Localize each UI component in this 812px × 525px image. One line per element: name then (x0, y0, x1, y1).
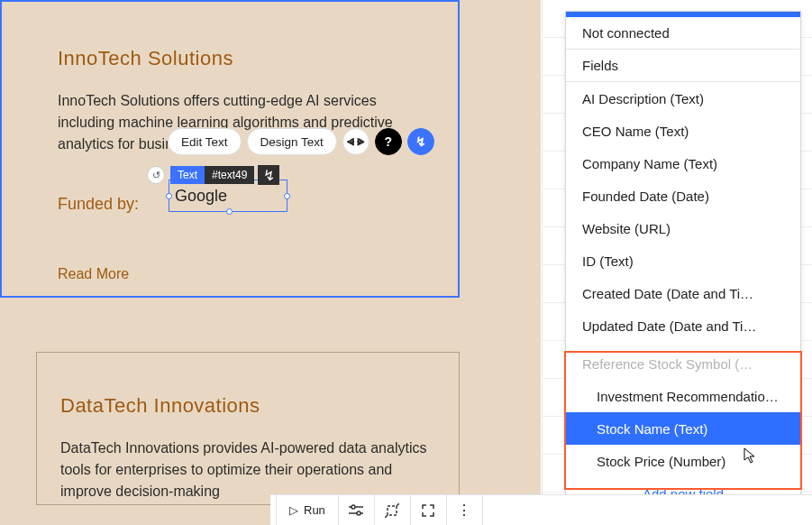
funded-by-label[interactable]: Funded by: (58, 195, 139, 213)
more-icon[interactable]: ⋮ (447, 495, 483, 526)
dropdown-field-item[interactable]: Website (URL) (566, 212, 800, 244)
stretch-icon[interactable]: ⫷⫸ (342, 128, 370, 155)
ai-connect-icon[interactable]: ↯ (258, 165, 279, 185)
bottom-toolbar: ▷ Run ⋮ (270, 494, 812, 525)
resize-handle-bottom[interactable] (226, 208, 233, 215)
dropdown-field-item[interactable]: Updated Date (Date and Ti… (566, 309, 800, 342)
expand-icon[interactable] (411, 495, 447, 526)
dropdown-field-item[interactable]: Founded Date (Date) (566, 180, 800, 212)
edit-text-button[interactable]: Edit Text (168, 128, 242, 155)
card-datatech[interactable]: DataTech Innovations DataTech Innovation… (36, 352, 460, 505)
selected-text-value[interactable]: Google (175, 187, 227, 206)
dropdown-reference-header: Reference Stock Symbol (… (566, 347, 800, 380)
dropdown-field-item[interactable]: ID (Text) (566, 244, 800, 277)
svg-point-1 (351, 505, 355, 509)
svg-point-3 (357, 511, 360, 515)
resize-handle-left[interactable] (166, 193, 172, 199)
dropdown-field-item[interactable]: Created Date (Date and Ti… (566, 277, 800, 309)
element-id-tag[interactable]: #text49 (205, 166, 254, 184)
settings-icon[interactable] (339, 495, 375, 526)
design-canvas[interactable]: InnoTech Solutions InnoTech Solutions of… (0, 0, 541, 525)
ai-icon[interactable]: ↯ (407, 128, 434, 155)
run-label: Run (304, 503, 325, 517)
element-type-tag[interactable]: Text (170, 166, 205, 184)
card-title[interactable]: InnoTech Solutions (58, 47, 422, 70)
dropdown-subfield-item[interactable]: Stock Price (Number) (566, 445, 800, 477)
svg-rect-4 (388, 506, 397, 515)
card-description[interactable]: DataTech Innovations provides AI-powered… (60, 438, 435, 502)
dropdown-item-not-connected[interactable]: Not connected (566, 17, 800, 50)
connect-data-dropdown[interactable]: Not connected Fields AI Description (Tex… (565, 11, 801, 511)
design-text-button[interactable]: Design Text (247, 128, 337, 155)
dropdown-subfield-item-selected[interactable]: Stock Name (Text) (566, 412, 800, 445)
help-icon[interactable]: ? (375, 128, 402, 155)
crop-icon[interactable] (375, 495, 411, 526)
dropdown-subfield-item[interactable]: Investment Recommendatio… (566, 380, 800, 412)
dropdown-section-fields: Fields (566, 50, 800, 82)
selection-tag-strip: ↺ Text #text49 ↯ (147, 165, 279, 185)
play-icon: ▷ (289, 503, 298, 517)
dropdown-field-item[interactable]: Company Name (Text) (566, 147, 800, 180)
undo-icon[interactable]: ↺ (147, 166, 165, 184)
dropdown-field-item[interactable]: CEO Name (Text) (566, 115, 800, 147)
floating-toolbar: Edit Text Design Text ⫷⫸ ? ↯ (168, 126, 434, 157)
run-button[interactable]: ▷ Run (276, 495, 339, 526)
read-more-link[interactable]: Read More (58, 266, 422, 282)
resize-handle-right[interactable] (284, 193, 290, 199)
card-title[interactable]: DataTech Innovations (60, 394, 435, 418)
dropdown-field-item[interactable]: AI Description (Text) (566, 82, 800, 115)
